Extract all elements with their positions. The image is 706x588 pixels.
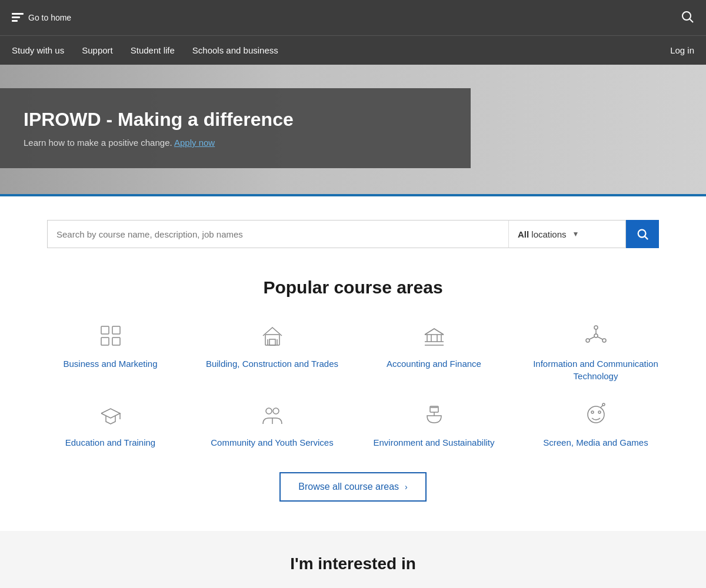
search-icon bbox=[636, 228, 649, 240]
svg-rect-5 bbox=[112, 326, 120, 334]
apply-now-link[interactable]: Apply now bbox=[174, 138, 215, 148]
svg-point-27 bbox=[266, 408, 272, 414]
building-icon bbox=[258, 321, 287, 350]
course-label-community: Community and Youth Services bbox=[211, 436, 333, 449]
svg-line-1 bbox=[690, 19, 694, 22]
svg-point-33 bbox=[588, 406, 604, 423]
bank-icon bbox=[419, 321, 449, 350]
svg-point-22 bbox=[586, 339, 590, 342]
course-item-building[interactable]: Building, Construction and Trades bbox=[197, 321, 347, 382]
chevron-down-icon: ▼ bbox=[572, 230, 580, 238]
browse-all-button[interactable]: Browse all course areas › bbox=[279, 472, 426, 502]
course-item-community[interactable]: Community and Youth Services bbox=[197, 400, 347, 449]
location-text: All locations bbox=[518, 229, 567, 239]
course-item-business-marketing[interactable]: Business and Marketing bbox=[35, 321, 185, 382]
people-icon bbox=[258, 400, 287, 429]
nav-support[interactable]: Support bbox=[82, 45, 113, 55]
hero-subtitle: Learn how to make a positive change. App… bbox=[24, 138, 447, 148]
svg-line-24 bbox=[598, 337, 602, 339]
svg-point-35 bbox=[598, 411, 601, 413]
popular-title: Popular course areas bbox=[35, 278, 671, 298]
login-button[interactable]: Log in bbox=[670, 45, 694, 55]
course-label-education: Education and Training bbox=[65, 436, 155, 449]
logo-text: Go to home bbox=[28, 13, 71, 22]
course-item-education[interactable]: Education and Training bbox=[35, 400, 185, 449]
course-label-business-marketing: Business and Marketing bbox=[63, 358, 157, 370]
nav-student-life[interactable]: Student life bbox=[131, 45, 175, 55]
search-icon[interactable] bbox=[680, 9, 694, 26]
plant-icon bbox=[419, 400, 449, 429]
svg-line-25 bbox=[590, 337, 594, 339]
course-label-environment: Environment and Sustainability bbox=[374, 436, 495, 449]
svg-point-37 bbox=[602, 403, 605, 406]
nav-bar: Study with us Support Student life Schoo… bbox=[0, 35, 706, 65]
logo-link[interactable]: Go to home bbox=[12, 13, 71, 22]
search-section: All locations ▼ bbox=[0, 196, 706, 260]
network-icon bbox=[581, 321, 611, 350]
browse-btn-label: Browse all course areas bbox=[298, 482, 399, 492]
svg-point-0 bbox=[682, 12, 691, 20]
chevron-right-icon: › bbox=[405, 482, 408, 492]
course-label-screen-media: Screen, Media and Games bbox=[543, 436, 648, 449]
course-label-building: Building, Construction and Trades bbox=[206, 358, 338, 370]
nav-schools-business[interactable]: Schools and business bbox=[192, 45, 278, 55]
graduation-icon bbox=[96, 400, 125, 429]
svg-rect-6 bbox=[101, 338, 109, 345]
grid-icon bbox=[96, 321, 125, 350]
interested-title: I'm interested in bbox=[35, 554, 671, 573]
nav-links: Study with us Support Student life Schoo… bbox=[12, 45, 278, 55]
top-bar: Go to home bbox=[0, 0, 706, 35]
browse-btn-wrap: Browse all course areas › bbox=[35, 472, 671, 502]
face-icon bbox=[581, 400, 611, 429]
svg-rect-7 bbox=[112, 338, 120, 345]
search-input-wrap bbox=[47, 220, 508, 248]
hero-overlay: IPROWD - Making a difference Learn how t… bbox=[0, 88, 471, 168]
course-item-screen-media[interactable]: Screen, Media and Games bbox=[521, 400, 671, 449]
interested-section: I'm interested in bbox=[0, 531, 706, 588]
course-item-ict[interactable]: Information and Communication Technology bbox=[521, 321, 671, 382]
course-item-accounting[interactable]: Accounting and Finance bbox=[359, 321, 509, 382]
svg-line-3 bbox=[645, 236, 648, 239]
svg-point-34 bbox=[591, 411, 594, 413]
course-item-environment[interactable]: Environment and Sustainability bbox=[359, 400, 509, 449]
search-input[interactable] bbox=[48, 220, 508, 248]
svg-point-2 bbox=[638, 230, 646, 238]
svg-point-20 bbox=[594, 326, 598, 329]
course-label-accounting: Accounting and Finance bbox=[387, 358, 481, 370]
svg-point-28 bbox=[273, 408, 279, 414]
svg-point-19 bbox=[594, 334, 598, 338]
hero-title: IPROWD - Making a difference bbox=[24, 109, 447, 131]
svg-rect-4 bbox=[101, 326, 109, 334]
courses-grid: Business and Marketing Building, Constru… bbox=[35, 321, 671, 449]
search-button[interactable] bbox=[626, 220, 659, 248]
hero-section: IPROWD - Making a difference Learn how t… bbox=[0, 65, 706, 194]
svg-point-21 bbox=[602, 339, 606, 342]
location-select[interactable]: All locations ▼ bbox=[508, 220, 626, 248]
logo-icon bbox=[12, 13, 24, 22]
nav-study-with-us[interactable]: Study with us bbox=[12, 45, 64, 55]
popular-section: Popular course areas Business and Market… bbox=[0, 260, 706, 531]
course-label-ict: Information and Communication Technology bbox=[521, 358, 671, 382]
svg-rect-9 bbox=[269, 339, 275, 345]
